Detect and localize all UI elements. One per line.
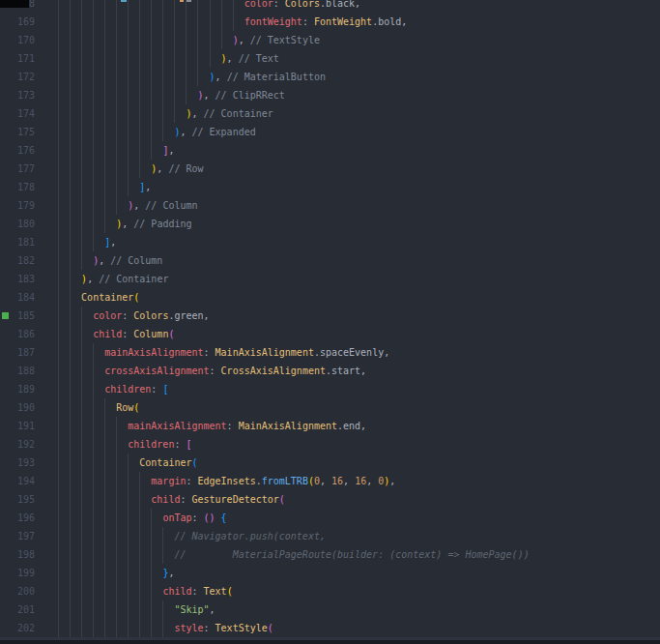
- code-text[interactable]: ],: [35, 233, 660, 251]
- code-line[interactable]: 184 Container(: [0, 288, 660, 307]
- code-text[interactable]: margin: EdgeInsets.fromLTRB(0, 16, 16, 0…: [35, 472, 660, 490]
- code-line[interactable]: 198 // MaterialPageRoute(builder: (conte…: [0, 545, 660, 564]
- line-number[interactable]: 170: [0, 31, 35, 49]
- line-number[interactable]: 179: [0, 196, 35, 215]
- line-number[interactable]: 182: [0, 251, 35, 270]
- code-text[interactable]: ), // TextStyle: [35, 31, 660, 49]
- code-text[interactable]: onTap: () {: [35, 509, 660, 527]
- line-number[interactable]: 184: [0, 288, 35, 307]
- code-line[interactable]: 177 ), // Row: [0, 160, 660, 178]
- code-text[interactable]: fontWeight: FontWeight.bold,: [35, 13, 660, 31]
- code-text[interactable]: child: Text(: [35, 582, 660, 600]
- line-number[interactable]: 175: [0, 123, 35, 141]
- code-line[interactable]: 180 ), // Padding: [0, 215, 660, 233]
- line-number[interactable]: 192: [0, 435, 35, 454]
- code-line[interactable]: 188 crossAxisAlignment: CrossAxisAlignme…: [0, 362, 660, 380]
- code-line[interactable]: 194 margin: EdgeInsets.fromLTRB(0, 16, 1…: [0, 472, 660, 490]
- code-text[interactable]: Container(: [35, 454, 660, 472]
- code-line[interactable]: 170 ), // TextStyle: [0, 31, 660, 49]
- code-line[interactable]: 185 color: Colors.green,: [0, 307, 660, 325]
- code-text[interactable]: ), // Container: [35, 104, 660, 123]
- code-line[interactable]: 200 child: Text(: [0, 582, 660, 600]
- code-text[interactable]: "Skip",: [35, 600, 660, 619]
- line-number[interactable]: 200: [0, 582, 35, 600]
- line-number[interactable]: 198: [0, 545, 35, 564]
- code-text[interactable]: ), // ClipRRect: [35, 86, 660, 104]
- code-text[interactable]: mainAxisAlignment: MainAxisAlignment.spa…: [35, 343, 660, 362]
- code-line[interactable]: 181 ],: [0, 233, 660, 251]
- code-line[interactable]: 176 ],: [0, 141, 660, 160]
- line-number[interactable]: 194: [0, 472, 35, 490]
- code-text[interactable]: ), // Text: [35, 49, 660, 68]
- line-number[interactable]: 189: [0, 380, 35, 398]
- code-line[interactable]: 186 child: Column(: [0, 325, 660, 343]
- code-text[interactable]: ],: [35, 141, 660, 160]
- code-text[interactable]: mainAxisAlignment: MainAxisAlignment.end…: [35, 417, 660, 435]
- code-line[interactable]: 199 },: [0, 564, 660, 582]
- line-number[interactable]: 199: [0, 564, 35, 582]
- code-line[interactable]: 191 mainAxisAlignment: MainAxisAlignment…: [0, 417, 660, 435]
- line-number[interactable]: 197: [0, 527, 35, 545]
- code-line[interactable]: 172 ), // MaterialButton: [0, 68, 660, 86]
- code-line[interactable]: 187 mainAxisAlignment: MainAxisAlignment…: [0, 343, 660, 362]
- code-line[interactable]: 171 ), // Text: [0, 49, 660, 68]
- code-text[interactable]: style: TextStyle(: [35, 619, 660, 637]
- line-number[interactable]: 190: [0, 398, 35, 417]
- code-text[interactable]: ), // Padding: [35, 215, 660, 233]
- code-text[interactable]: // Navigator.push(context,: [35, 527, 660, 545]
- code-line[interactable]: 195 child: GestureDetector(: [0, 490, 660, 509]
- line-number[interactable]: 173: [0, 86, 35, 104]
- code-line[interactable]: 190 Row(: [0, 398, 660, 417]
- code-line[interactable]: 173 ), // ClipRRect: [0, 86, 660, 104]
- code-line[interactable]: 197 // Navigator.push(context,: [0, 527, 660, 545]
- code-editor[interactable]: 168 color: Colors.black,169 fontWeight: …: [0, 0, 660, 644]
- code-text[interactable]: ), // Container: [35, 270, 660, 288]
- line-number[interactable]: 177: [0, 160, 35, 178]
- line-number[interactable]: 174: [0, 104, 35, 123]
- code-text[interactable]: ), // Column: [35, 196, 660, 215]
- line-number[interactable]: 193: [0, 454, 35, 472]
- color-preview-swatch[interactable]: [2, 312, 9, 319]
- line-number[interactable]: 172: [0, 68, 35, 86]
- line-number[interactable]: 176: [0, 141, 35, 160]
- line-number[interactable]: 169: [0, 13, 35, 31]
- code-text[interactable]: child: GestureDetector(: [35, 490, 660, 509]
- code-line[interactable]: 178 ],: [0, 178, 660, 196]
- code-line[interactable]: 202 style: TextStyle(: [0, 619, 660, 637]
- code-line[interactable]: 183 ), // Container: [0, 270, 660, 288]
- code-line[interactable]: 182 ), // Column: [0, 251, 660, 270]
- line-number[interactable]: 195: [0, 490, 35, 509]
- code-line[interactable]: 168 color: Colors.black,: [0, 0, 660, 13]
- line-number[interactable]: 183: [0, 270, 35, 288]
- code-text[interactable]: children: [: [35, 435, 660, 454]
- line-number[interactable]: 181: [0, 233, 35, 251]
- code-text[interactable]: ), // Column: [35, 251, 660, 270]
- code-line[interactable]: 169 fontWeight: FontWeight.bold,: [0, 13, 660, 31]
- line-number[interactable]: 186: [0, 325, 35, 343]
- code-text[interactable]: children: [: [35, 380, 660, 398]
- code-text[interactable]: Container(: [35, 288, 660, 307]
- code-line[interactable]: 174 ), // Container: [0, 104, 660, 123]
- code-text[interactable]: ), // Expanded: [35, 123, 660, 141]
- line-number[interactable]: 187: [0, 343, 35, 362]
- code-text[interactable]: color: Colors.black,: [35, 0, 660, 13]
- code-line[interactable]: 193 Container(: [0, 454, 660, 472]
- line-number[interactable]: 202: [0, 619, 35, 637]
- code-text[interactable]: crossAxisAlignment: CrossAxisAlignment.s…: [35, 362, 660, 380]
- code-text[interactable]: Row(: [35, 398, 660, 417]
- code-text[interactable]: ), // Row: [35, 160, 660, 178]
- code-text[interactable]: ],: [35, 178, 660, 196]
- code-text[interactable]: },: [35, 564, 660, 582]
- code-text[interactable]: child: Column(: [35, 325, 660, 343]
- code-line[interactable]: 196 onTap: () {: [0, 509, 660, 527]
- line-number[interactable]: 196: [0, 509, 35, 527]
- code-text[interactable]: color: Colors.green,: [35, 307, 660, 325]
- line-number[interactable]: 188: [0, 362, 35, 380]
- line-number[interactable]: 180: [0, 215, 35, 233]
- code-text[interactable]: ), // MaterialButton: [35, 68, 660, 86]
- code-line[interactable]: 201 "Skip",: [0, 600, 660, 619]
- line-number[interactable]: 178: [0, 178, 35, 196]
- code-line[interactable]: 189 children: [: [0, 380, 660, 398]
- code-line[interactable]: 175 ), // Expanded: [0, 123, 660, 141]
- code-line[interactable]: 192 children: [: [0, 435, 660, 454]
